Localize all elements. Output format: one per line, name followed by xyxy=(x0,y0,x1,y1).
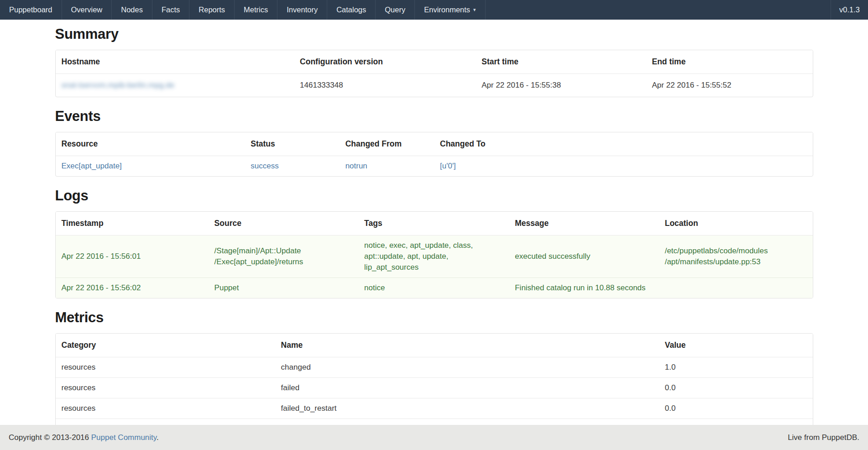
version-badge: v0.1.3 xyxy=(831,0,868,20)
log-tags: notice, exec, apt_update, class, apt::up… xyxy=(358,235,509,278)
event-resource-link[interactable]: Exec[apt_update] xyxy=(62,162,122,170)
summary-col-hostname: Hostname xyxy=(56,50,294,74)
metric-row: resources failed 0.0 xyxy=(56,378,813,398)
metric-name: changed xyxy=(275,357,659,378)
events-heading: Events xyxy=(55,108,813,125)
log-message: executed successfully xyxy=(509,235,659,278)
log-row: Apr 22 2016 - 15:56:02 Puppet notice Fin… xyxy=(56,278,813,298)
event-row: Exec[apt_update] success notrun [u'0'] xyxy=(56,156,813,177)
copyright-suffix: . xyxy=(157,433,159,442)
summary-header-row: Hostname Configuration version Start tim… xyxy=(56,50,813,74)
events-col-status: Status xyxy=(245,132,339,156)
log-message: Finished catalog run in 10.88 seconds xyxy=(509,278,659,298)
nav-item-catalogs[interactable]: Catalogs xyxy=(327,0,376,20)
environments-dropdown[interactable]: Environments ▾ xyxy=(415,0,485,20)
logs-panel: Timestamp Source Tags Message Location A… xyxy=(55,211,813,298)
nav-item-label: Catalogs xyxy=(336,5,366,14)
nav-item-query[interactable]: Query xyxy=(376,0,415,20)
logs-header-row: Timestamp Source Tags Message Location xyxy=(56,212,813,235)
nav-item-label: Metrics xyxy=(244,5,268,14)
nav-item-inventory[interactable]: Inventory xyxy=(277,0,327,20)
event-status-link[interactable]: success xyxy=(251,162,278,170)
events-table: Resource Status Changed From Changed To … xyxy=(56,132,813,176)
environments-label: Environments xyxy=(424,5,470,14)
metrics-col-value: Value xyxy=(659,334,813,357)
events-panel: Resource Status Changed From Changed To … xyxy=(55,132,813,177)
logs-col-location: Location xyxy=(659,212,813,235)
metrics-header-row: Category Name Value xyxy=(56,334,813,357)
nav-item-facts[interactable]: Facts xyxy=(152,0,189,20)
summary-row: snat-tservvm.mpib-berlin.mpg.de 14613333… xyxy=(56,74,813,97)
puppetdb-status-text: Live from PuppetDB. xyxy=(788,433,859,442)
summary-heading: Summary xyxy=(55,26,813,42)
page-footer: Copyright © 2013-2016 Puppet Community. … xyxy=(0,425,868,450)
hostname-link[interactable]: snat-tservvm.mpib-berlin.mpg.de xyxy=(62,81,175,89)
metrics-col-category: Category xyxy=(56,334,275,357)
nav-item-reports[interactable]: Reports xyxy=(189,0,235,20)
metric-name: failed xyxy=(275,378,659,398)
nav-item-metrics[interactable]: Metrics xyxy=(235,0,277,20)
metric-row: resources changed 1.0 xyxy=(56,357,813,378)
logs-heading: Logs xyxy=(55,188,813,204)
navbar-brand[interactable]: Puppetboard xyxy=(0,0,62,20)
nav-item-label: Reports xyxy=(199,5,225,14)
navbar-brand-label: Puppetboard xyxy=(9,5,52,14)
logs-col-source: Source xyxy=(209,212,358,235)
metrics-col-name: Name xyxy=(275,334,659,357)
nav-item-label: Facts xyxy=(162,5,180,14)
events-col-resource: Resource xyxy=(56,132,245,156)
puppet-community-link[interactable]: Puppet Community xyxy=(91,433,157,442)
events-header-row: Resource Status Changed From Changed To xyxy=(56,132,813,156)
summary-table: Hostname Configuration version Start tim… xyxy=(56,50,813,97)
log-timestamp: Apr 22 2016 - 15:56:01 xyxy=(56,235,209,278)
metric-row: resources failed_to_restart 0.0 xyxy=(56,398,813,419)
log-location: /etc/puppetlabs/code/modules /apt/manife… xyxy=(659,235,813,278)
version-label: v0.1.3 xyxy=(839,5,860,14)
metrics-heading: Metrics xyxy=(55,309,813,326)
metric-value: 0.0 xyxy=(659,398,813,419)
log-source: /Stage[main]/Apt::Update /Exec[apt_updat… xyxy=(209,235,358,278)
metrics-panel: Category Name Value resources changed 1.… xyxy=(55,333,813,429)
logs-table: Timestamp Source Tags Message Location A… xyxy=(56,212,813,298)
summary-col-start-time: Start time xyxy=(476,50,646,74)
metric-category: resources xyxy=(56,378,275,398)
logs-col-timestamp: Timestamp xyxy=(56,212,209,235)
logs-col-message: Message xyxy=(509,212,659,235)
nav-item-nodes[interactable]: Nodes xyxy=(112,0,152,20)
config-version-value: 1461333348 xyxy=(294,74,476,97)
summary-col-end-time: End time xyxy=(646,50,813,74)
metric-name: failed_to_restart xyxy=(275,398,659,419)
nav-item-label: Inventory xyxy=(287,5,318,14)
nav-item-label: Nodes xyxy=(121,5,143,14)
navbar-spacer xyxy=(486,0,831,20)
start-time-value: Apr 22 2016 - 15:55:38 xyxy=(476,74,646,97)
copyright-text: Copyright © 2013-2016 Puppet Community. xyxy=(9,433,159,442)
log-location xyxy=(659,278,813,298)
log-timestamp: Apr 22 2016 - 15:56:02 xyxy=(56,278,209,298)
metric-value: 0.0 xyxy=(659,378,813,398)
metric-category: resources xyxy=(56,357,275,378)
events-col-changed-from: Changed From xyxy=(340,132,434,156)
copyright-prefix: Copyright © 2013-2016 xyxy=(9,433,91,442)
log-row: Apr 22 2016 - 15:56:01 /Stage[main]/Apt:… xyxy=(56,235,813,278)
end-time-value: Apr 22 2016 - 15:55:52 xyxy=(646,74,813,97)
top-navbar: Puppetboard Overview Nodes Facts Reports… xyxy=(0,0,868,20)
metric-value: 1.0 xyxy=(659,357,813,378)
events-col-changed-to: Changed To xyxy=(434,132,813,156)
metric-category: resources xyxy=(56,398,275,419)
nav-item-label: Overview xyxy=(71,5,103,14)
summary-panel: Hostname Configuration version Start tim… xyxy=(55,50,813,97)
log-tags: notice xyxy=(358,278,509,298)
log-source: Puppet xyxy=(209,278,358,298)
summary-col-config-version: Configuration version xyxy=(294,50,476,74)
metrics-table: Category Name Value resources changed 1.… xyxy=(56,334,813,428)
nav-item-overview[interactable]: Overview xyxy=(62,0,112,20)
main-content: Summary Hostname Configuration version S… xyxy=(55,26,813,429)
event-changed-from-link[interactable]: notrun xyxy=(345,162,367,170)
event-changed-to-link[interactable]: [u'0'] xyxy=(440,162,456,170)
logs-col-tags: Tags xyxy=(358,212,509,235)
chevron-down-icon: ▾ xyxy=(473,7,476,12)
nav-item-label: Query xyxy=(385,5,405,14)
